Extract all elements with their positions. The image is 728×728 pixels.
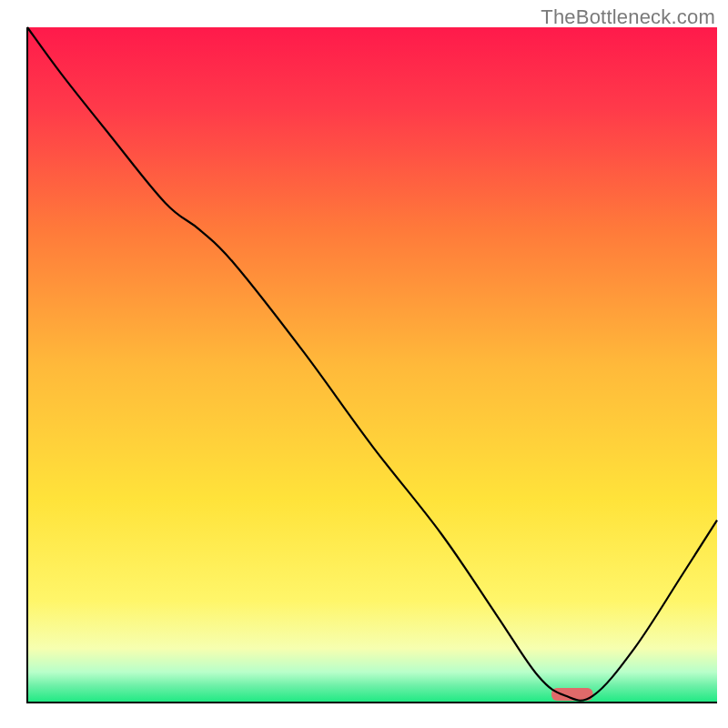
chart-container: TheBottleneck.com: [0, 0, 728, 728]
chart-background: [27, 27, 717, 703]
bottleneck-chart: [0, 0, 728, 728]
watermark-text: TheBottleneck.com: [541, 5, 715, 29]
